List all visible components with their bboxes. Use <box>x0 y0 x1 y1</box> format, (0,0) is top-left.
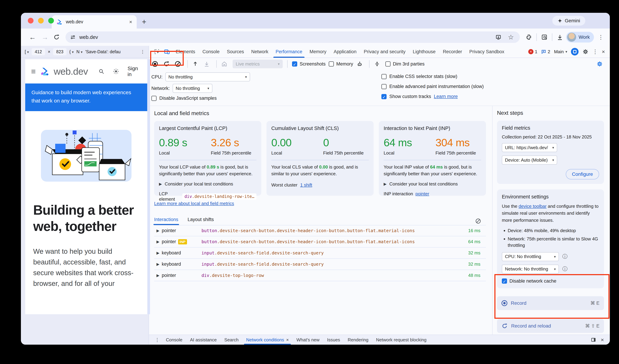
capture-settings-gear-icon[interactable] <box>596 61 603 67</box>
site-settings-icon[interactable] <box>70 34 76 40</box>
inspect-element-icon[interactable] <box>152 47 162 56</box>
hamburger-menu-icon[interactable]: ≡ <box>31 67 36 76</box>
drawer-tab-what-s-new[interactable]: What's new <box>293 335 323 345</box>
gc-broom-icon[interactable] <box>356 61 365 67</box>
devtools-tab-recorder[interactable]: Recorder <box>439 46 466 58</box>
lcp-element-chip[interactable]: div.devsite-landing-row-ite… <box>182 193 256 200</box>
interaction-row[interactable]: ▶keyboardinput.devsite-search-field.devs… <box>154 248 486 259</box>
collapse-icon[interactable] <box>374 61 382 67</box>
theme-toggle-sun-icon[interactable] <box>113 68 119 75</box>
tab-layout-shifts[interactable]: Layout shifts <box>188 217 214 225</box>
inp-consider-row[interactable]: ▶Consider your local test conditions <box>384 181 481 187</box>
device-height-input[interactable]: 823 <box>53 48 67 55</box>
drawer-tab-rendering[interactable]: Rendering <box>344 335 372 345</box>
dock-panel-icon[interactable] <box>591 337 596 343</box>
field-url-select[interactable]: URL: https://web.dev/▾ <box>502 143 557 152</box>
messages-badge[interactable]: 2 <box>541 49 550 55</box>
drawer-tab-close-icon[interactable]: × <box>286 337 289 343</box>
search-icon[interactable] <box>98 68 104 75</box>
bookmark-star-icon[interactable]: ☆ <box>506 33 515 42</box>
install-icon[interactable] <box>494 33 503 42</box>
devtools-tab-network[interactable]: Network <box>248 46 272 58</box>
record-and-reload-button[interactable]: Record and reload ⌘ ⇧ E <box>497 319 604 333</box>
devtools-ai-icon[interactable] <box>571 48 578 56</box>
device-width-input[interactable]: 412 <box>32 48 45 55</box>
devtools-tab-sources[interactable]: Sources <box>223 46 248 58</box>
home-icon[interactable] <box>221 61 229 67</box>
throttle-select[interactable]: N ▾ <box>76 49 83 54</box>
record-reload-icon[interactable] <box>163 61 171 67</box>
new-tab-button[interactable]: + <box>142 17 146 26</box>
dimensions-select[interactable]: [ ▾ <box>25 49 29 54</box>
row-expander-icon[interactable]: ▶ <box>154 251 162 255</box>
devtools-tab-privacy-sandbox[interactable]: Privacy Sandbox <box>466 46 508 58</box>
maximize-window-button[interactable] <box>48 18 54 24</box>
context-select[interactable]: Main▾ <box>554 49 567 55</box>
drawer-tab-issues[interactable]: Issues <box>323 335 344 345</box>
drawer-menu-icon[interactable]: ⋮ <box>155 337 160 343</box>
drawer-tab-network-conditions[interactable]: Network conditions× <box>242 335 293 345</box>
lcp-consider-row[interactable]: ▶Consider your local test conditions <box>159 181 256 187</box>
devtools-tab-performance[interactable]: Performance <box>272 46 306 58</box>
disable-js-samples-checkbox[interactable]: Disable JavaScript samples <box>151 96 217 101</box>
devtools-tab-elements[interactable]: Elements <box>172 46 199 58</box>
tab-close-icon[interactable]: × <box>129 19 132 25</box>
devtools-tab-console[interactable]: Console <box>199 46 223 58</box>
close-window-button[interactable] <box>28 18 33 24</box>
device-toolbar-menu-icon[interactable]: ⋮ <box>141 49 145 54</box>
interaction-row[interactable]: ▶pointerbutton.devsite-search-button.dev… <box>154 225 486 236</box>
tab-interactions[interactable]: Interactions <box>154 217 178 225</box>
drawer-tab-console[interactable]: Console <box>162 335 186 345</box>
interaction-row[interactable]: ▶keyboardinput.devsite-search-field.devs… <box>154 259 486 270</box>
row-expander-icon[interactable]: ▶ <box>154 228 162 233</box>
memory-checkbox[interactable]: Memory <box>329 61 353 67</box>
custom-tracks-learn-more-link[interactable]: Learn more <box>434 94 458 99</box>
url-bar[interactable]: web.dev ☆ <box>66 31 520 43</box>
cpu-throttle-select[interactable]: No throttling▾ <box>165 72 250 81</box>
disable-network-cache-checkbox[interactable]: ✓Disable network cache <box>502 279 599 284</box>
devtools-tab-privacy-and-security[interactable]: Privacy and security <box>360 46 409 58</box>
env-network-select[interactable]: Network: No throttling▾ <box>502 265 559 274</box>
zoom-select[interactable]: { ▾ <box>69 49 74 54</box>
network-info-icon[interactable]: ⓘ <box>562 266 567 273</box>
row-expander-icon[interactable]: ▶ <box>154 273 162 278</box>
load-profile-icon[interactable] <box>192 61 200 67</box>
row-expander-icon[interactable]: ▶ <box>154 239 162 244</box>
devtools-menu-icon[interactable]: ⋮ <box>592 48 598 55</box>
devtools-close-icon[interactable]: × <box>602 49 605 55</box>
devtools-tab-memory[interactable]: Memory <box>306 46 330 58</box>
devtools-tab-lighthouse[interactable]: Lighthouse <box>409 46 439 58</box>
save-profile-icon[interactable] <box>204 61 212 67</box>
interaction-row[interactable]: ▶pointerINPbutton.devsite-search-button.… <box>154 236 486 248</box>
env-cpu-select[interactable]: CPU: No throttling▾ <box>502 252 559 261</box>
browser-menu-icon[interactable]: ⋮ <box>598 34 604 41</box>
row-expander-icon[interactable]: ▶ <box>154 262 162 266</box>
drawer-tab-ai-assistance[interactable]: AI assistance <box>186 335 221 345</box>
reload-button[interactable] <box>52 33 61 42</box>
inp-interaction-link[interactable]: pointer <box>415 191 429 196</box>
back-button[interactable]: ← <box>27 33 38 41</box>
downloads-icon[interactable] <box>555 33 564 42</box>
forward-button[interactable]: → <box>40 33 50 41</box>
sign-in-link[interactable]: Sign in <box>127 66 141 77</box>
clear-interactions-icon[interactable] <box>475 218 481 224</box>
page-search-icon[interactable] <box>540 33 549 42</box>
css-selector-stats-checkbox[interactable]: Enable CSS selector stats (slow) <box>381 74 457 79</box>
device-toolbar-toggle-icon[interactable] <box>162 47 172 56</box>
cpu-info-icon[interactable]: ⓘ <box>562 253 567 260</box>
devtools-tab-application[interactable]: Application <box>330 46 360 58</box>
interaction-row[interactable]: ▶pointerdiv.devsite-top-logo-row48 ms <box>154 270 486 281</box>
screenshots-checkbox[interactable]: ✓Screenshots <box>292 61 325 67</box>
drawer-tab-search[interactable]: Search <box>221 335 242 345</box>
dim-3rd-parties-checkbox[interactable]: Dim 3rd parties <box>385 61 425 67</box>
gemini-button[interactable]: Gemini <box>552 16 585 26</box>
site-logo-text[interactable]: web.dev <box>54 66 88 77</box>
minimize-window-button[interactable] <box>38 18 44 24</box>
record-button[interactable]: Record ⌘ E <box>497 296 604 310</box>
network-throttle-select[interactable]: No throttling▾ <box>173 84 212 93</box>
worst-cluster-link[interactable]: 1 shift <box>300 182 312 188</box>
error-badge[interactable]: ×1 <box>528 49 537 55</box>
settings-gear-icon[interactable] <box>582 49 589 55</box>
extensions-icon[interactable] <box>524 33 533 42</box>
custom-tracks-checkbox[interactable]: ✓Show custom tracks Learn more <box>381 94 458 99</box>
